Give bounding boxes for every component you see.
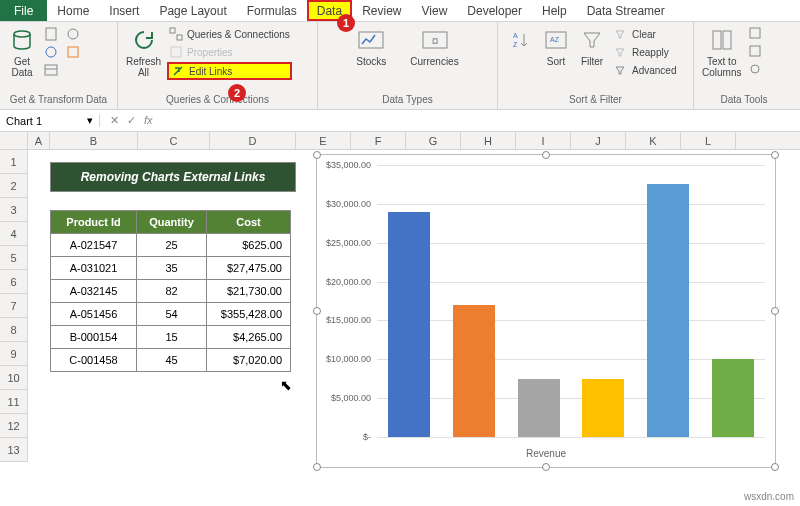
tab-view[interactable]: View [412, 0, 458, 21]
sort-button[interactable]: AZSort [540, 24, 572, 69]
chart-bar[interactable] [388, 212, 430, 437]
col-E[interactable]: E [296, 132, 351, 149]
tool-2[interactable] [747, 44, 765, 60]
row-12[interactable]: 12 [0, 414, 28, 438]
resize-handle[interactable] [313, 463, 321, 471]
col-G[interactable]: G [406, 132, 461, 149]
tab-data-streamer[interactable]: Data Streamer [577, 0, 675, 21]
currencies-button[interactable]: ¤ Currencies [408, 24, 460, 69]
resize-handle[interactable] [771, 463, 779, 471]
name-box-value: Chart 1 [6, 115, 42, 127]
chart-gridline [377, 359, 765, 360]
svg-rect-17 [713, 31, 721, 49]
col-J[interactable]: J [571, 132, 626, 149]
select-all-corner[interactable] [0, 132, 28, 149]
clear-button[interactable]: Clear [612, 26, 678, 42]
row-10[interactable]: 10 [0, 366, 28, 390]
tab-formulas[interactable]: Formulas [237, 0, 307, 21]
from-source-2[interactable] [42, 44, 60, 60]
refresh-all-button[interactable]: Refresh All [124, 24, 163, 80]
tab-page-layout[interactable]: Page Layout [149, 0, 236, 21]
data-table: Product Id Quantity Cost A-02154725$625.… [50, 210, 291, 372]
chart-plot-area[interactable]: $-$5,000.00$10,000.00$15,000.00$20,000.0… [377, 165, 765, 437]
filter-button[interactable]: Filter [576, 24, 608, 69]
col-I[interactable]: I [516, 132, 571, 149]
advanced-button[interactable]: Advanced [612, 62, 678, 78]
row-4[interactable]: 4 [0, 222, 28, 246]
col-K[interactable]: K [626, 132, 681, 149]
col-A[interactable]: A [28, 132, 50, 149]
chart-bar[interactable] [647, 184, 689, 437]
chart-bar[interactable] [582, 379, 624, 437]
col-F[interactable]: F [351, 132, 406, 149]
row-1[interactable]: 1 [0, 150, 28, 174]
chart-gridline [377, 243, 765, 244]
tool-1[interactable] [747, 26, 765, 42]
queries-connections-button[interactable]: Queries & Connections [167, 26, 292, 42]
row-13[interactable]: 13 [0, 438, 28, 462]
svg-rect-8 [177, 35, 182, 40]
from-source-4[interactable] [64, 26, 82, 42]
row-11[interactable]: 11 [0, 390, 28, 414]
chart-object[interactable]: $-$5,000.00$10,000.00$15,000.00$20,000.0… [316, 154, 776, 468]
row-9[interactable]: 9 [0, 342, 28, 366]
chart-bar[interactable] [453, 305, 495, 437]
row-5[interactable]: 5 [0, 246, 28, 270]
svg-text:¤: ¤ [431, 34, 438, 48]
formula-bar-row: Chart 1 ▾ ✕ ✓ fx [0, 110, 800, 132]
column-headers: A B C D E F G H I J K L [0, 132, 800, 150]
resize-handle[interactable] [542, 151, 550, 159]
from-source-5[interactable] [64, 44, 82, 60]
resize-handle[interactable] [313, 307, 321, 315]
chart-ytick: $5,000.00 [331, 393, 371, 403]
edit-links-button[interactable]: Edit Links [167, 62, 292, 80]
from-source-1[interactable] [42, 26, 60, 42]
row-8[interactable]: 8 [0, 318, 28, 342]
stocks-icon [357, 26, 385, 54]
fx-icon[interactable]: fx [144, 114, 153, 127]
group-queries: Queries & Connections [124, 94, 311, 107]
row-2[interactable]: 2 [0, 174, 28, 198]
enter-icon[interactable]: ✓ [127, 114, 136, 127]
row-3[interactable]: 3 [0, 198, 28, 222]
col-C[interactable]: C [138, 132, 210, 149]
chart-bar[interactable] [518, 379, 560, 437]
tab-insert[interactable]: Insert [99, 0, 149, 21]
chart-bar[interactable] [712, 359, 754, 437]
chart-gridline [377, 320, 765, 321]
database-icon [8, 26, 36, 54]
text-to-columns-button[interactable]: Text to Columns [700, 24, 743, 80]
clear-icon [614, 27, 628, 41]
reapply-button[interactable]: Reapply [612, 44, 678, 60]
callout-1: 1 [337, 14, 355, 32]
resize-handle[interactable] [313, 151, 321, 159]
stocks-button[interactable]: Stocks [354, 24, 388, 69]
col-H[interactable]: H [461, 132, 516, 149]
svg-point-0 [14, 31, 30, 37]
tab-review[interactable]: Review [352, 0, 411, 21]
tab-home[interactable]: Home [47, 0, 99, 21]
row-6[interactable]: 6 [0, 270, 28, 294]
file-tab[interactable]: File [0, 0, 47, 21]
table-row: A-05145654$355,428.00 [51, 303, 291, 326]
properties-button[interactable]: Properties [167, 44, 292, 60]
tab-developer[interactable]: Developer [457, 0, 532, 21]
row-7[interactable]: 7 [0, 294, 28, 318]
cancel-icon[interactable]: ✕ [110, 114, 119, 127]
tab-help[interactable]: Help [532, 0, 577, 21]
name-box[interactable]: Chart 1 ▾ [0, 114, 100, 127]
resize-handle[interactable] [771, 307, 779, 315]
sort-az-button[interactable]: AZ [504, 24, 536, 56]
advanced-icon [614, 63, 628, 77]
tool-3[interactable] [747, 62, 765, 78]
resize-handle[interactable] [542, 463, 550, 471]
chart-gridline [377, 204, 765, 205]
col-B[interactable]: B [50, 132, 138, 149]
resize-handle[interactable] [771, 151, 779, 159]
get-data-button[interactable]: Get Data [6, 24, 38, 80]
chart-gridline [377, 282, 765, 283]
col-L[interactable]: L [681, 132, 736, 149]
from-source-3[interactable] [42, 62, 60, 78]
cells-area[interactable]: Removing Charts External Links Product I… [28, 150, 800, 462]
col-D[interactable]: D [210, 132, 296, 149]
